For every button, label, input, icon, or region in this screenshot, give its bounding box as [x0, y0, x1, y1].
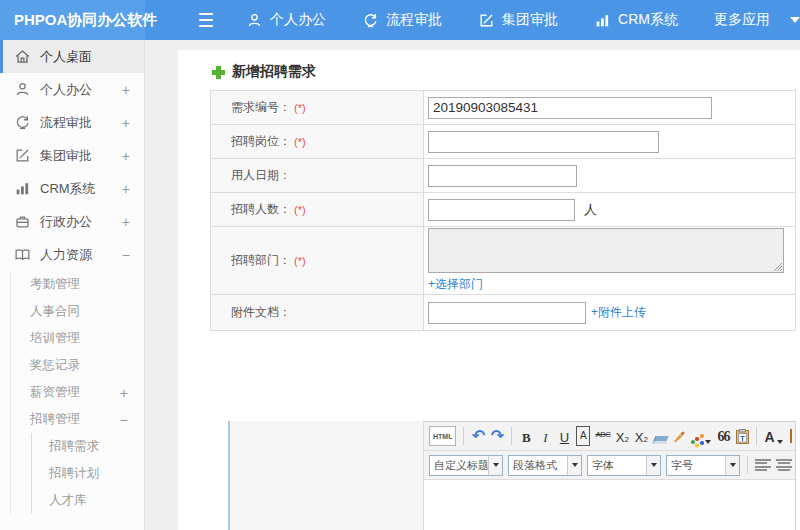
undo-icon[interactable]: ↶ [471, 426, 485, 446]
person-icon [14, 81, 31, 98]
field-label-recruit-dept: 招聘部门：(*) [211, 227, 424, 294]
caret-down-icon[interactable] [488, 456, 502, 475]
expand-plus-icon[interactable]: + [120, 385, 130, 401]
subscript-button[interactable]: X2 [634, 426, 648, 446]
caret-down-icon[interactable] [790, 17, 800, 23]
caret-down-icon[interactable] [567, 456, 581, 475]
sidebar-item-admin-office[interactable]: 行政办公 + [0, 205, 144, 238]
italic-button[interactable]: I [538, 426, 552, 446]
sidebar-item-recruit-demand[interactable]: 招聘需求 [32, 433, 144, 460]
color-palette-icon[interactable] [691, 426, 711, 446]
chart-icon [14, 180, 31, 197]
sidebar-item-salary[interactable]: 薪资管理 + [11, 379, 144, 406]
nav-crm[interactable]: CRM系统 [594, 11, 678, 29]
expand-plus-icon[interactable]: + [122, 115, 132, 131]
toolbar-separator [747, 456, 748, 474]
background-color-icon[interactable] [790, 429, 792, 443]
nav-personal-office[interactable]: 个人办公 [246, 11, 326, 29]
font-family-select[interactable]: 字体 [587, 455, 661, 476]
rich-text-editor: HTML ↶ ↷ B I U A ABC X2 X2 66 T [423, 421, 796, 530]
required-mark: (*) [294, 136, 306, 148]
align-left-icon[interactable] [755, 459, 771, 471]
nav-more-apps[interactable]: 更多应用 [714, 11, 770, 29]
hamburger-menu-icon[interactable] [199, 13, 213, 28]
caret-down-icon[interactable] [646, 456, 660, 475]
chart-icon [594, 12, 611, 29]
strikethrough-button[interactable]: ABC [595, 426, 610, 446]
add-plus-icon [212, 66, 225, 79]
sidebar-item-recruit-mgmt[interactable]: 招聘管理 − [11, 406, 144, 433]
select-dept-link[interactable]: +选择部门 [428, 276, 483, 293]
sidebar-item-group-approval[interactable]: 集团审批 + [0, 139, 144, 172]
sidebar-item-rewards[interactable]: 奖惩记录 [11, 352, 144, 379]
custom-title-select[interactable]: 自定义标题 [429, 455, 503, 476]
editor-toolbar-2: 自定义标题 段落格式 字体 字号 [424, 451, 795, 480]
field-label-attachment: 附件文档： [211, 295, 424, 330]
main-content: 新增招聘需求 需求编号：(*) 招聘岗位：(*) 用人日期： [178, 50, 800, 530]
bold-button[interactable]: B [519, 426, 533, 446]
toolbar-separator [756, 427, 757, 445]
demand-no-input[interactable] [428, 97, 712, 119]
form-row: 招聘岗位：(*) [211, 125, 795, 159]
recruit-count-input[interactable] [428, 199, 575, 221]
resize-grip-icon[interactable] [773, 262, 782, 271]
sidebar-item-training[interactable]: 培训管理 [11, 325, 144, 352]
align-center-icon[interactable] [776, 459, 792, 471]
redo-icon[interactable]: ↷ [490, 426, 504, 446]
sidebar-item-hr-contract[interactable]: 人事合同 [11, 298, 144, 325]
attachment-upload-link[interactable]: +附件上传 [591, 304, 646, 321]
superscript-button[interactable]: X2 [615, 426, 629, 446]
top-nav: 个人办公 流程审批 集团审批 CRM系统 [246, 11, 800, 29]
paragraph-format-select[interactable]: 段落格式 [508, 455, 582, 476]
unit-label: 人 [584, 201, 597, 219]
sidebar-item-personal-office[interactable]: 个人办公 + [0, 73, 144, 106]
sidebar: 个人桌面 个人办公 + 流程审批 + 集团审批 + CRM系统 [0, 40, 145, 530]
sidebar-item-talent-pool[interactable]: 人才库 [32, 487, 144, 514]
collapse-minus-icon[interactable]: − [122, 247, 132, 263]
process-icon [362, 12, 379, 29]
briefcase-icon [14, 213, 31, 230]
recruit-position-input[interactable] [428, 131, 659, 153]
expand-plus-icon[interactable]: + [122, 148, 132, 164]
expand-plus-icon[interactable]: + [122, 181, 132, 197]
sidebar-item-recruit-plan[interactable]: 招聘计划 [32, 460, 144, 487]
employ-date-input[interactable] [428, 165, 577, 187]
caret-down-icon [777, 440, 783, 444]
collapse-minus-icon[interactable]: − [120, 412, 130, 428]
field-label-recruit-count: 招聘人数：(*) [211, 193, 424, 226]
svg-text:T: T [740, 434, 745, 443]
format-brush-icon[interactable] [672, 426, 686, 446]
recruit-dept-textarea[interactable] [428, 228, 784, 273]
field-label-employ-date: 用人日期： [211, 159, 424, 192]
nav-group-approval[interactable]: 集团审批 [478, 11, 558, 29]
nav-process-approval[interactable]: 流程审批 [362, 11, 442, 29]
page-title: 新增招聘需求 [178, 50, 800, 81]
required-mark: (*) [294, 204, 306, 216]
html-source-button[interactable]: HTML [429, 426, 456, 446]
sidebar-item-crm[interactable]: CRM系统 + [0, 172, 144, 205]
font-border-button[interactable]: A [576, 426, 590, 446]
form-row: 招聘部门：(*) +选择部门 [211, 227, 795, 295]
form-row: 需求编号：(*) [211, 91, 795, 125]
sidebar-item-attendance[interactable]: 考勤管理 [11, 271, 144, 298]
sidebar-item-process-approval[interactable]: 流程审批 + [0, 106, 144, 139]
editor-content-area[interactable] [424, 480, 795, 530]
sidebar-item-personal-desktop[interactable]: 个人桌面 [0, 40, 144, 73]
sidebar-item-hr[interactable]: 人力资源 − [0, 238, 144, 271]
expand-plus-icon[interactable]: + [122, 82, 132, 98]
attachment-input[interactable] [428, 302, 586, 324]
form-row: 附件文档： +附件上传 [211, 295, 795, 331]
form-row: 招聘人数：(*) 人 [211, 193, 795, 227]
expand-plus-icon[interactable]: + [122, 214, 132, 230]
edit-icon [478, 12, 495, 29]
font-color-button[interactable]: A [764, 426, 782, 446]
eraser-icon[interactable] [653, 426, 667, 446]
field-label-recruit-position: 招聘岗位：(*) [211, 125, 424, 158]
paste-icon[interactable]: T [735, 426, 749, 446]
font-size-select[interactable]: 字号 [666, 455, 740, 476]
blockquote-button[interactable]: 66 [716, 426, 730, 446]
underline-button[interactable]: U [557, 426, 571, 446]
field-label-demand-no: 需求编号：(*) [211, 91, 424, 124]
caret-down-icon[interactable] [725, 456, 739, 475]
required-mark: (*) [294, 102, 306, 114]
